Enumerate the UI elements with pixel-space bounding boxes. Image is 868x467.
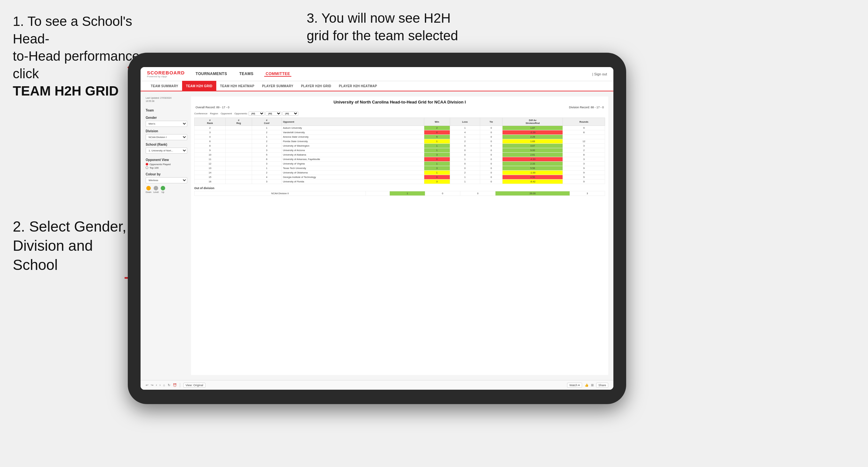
share-button[interactable]: Share — [596, 383, 608, 388]
cell-loss: 0 — [450, 148, 480, 153]
nav-tournaments[interactable]: TOURNAMENTS — [194, 71, 228, 77]
timestamp: Last Updated: 27/03/202416:55:38 — [146, 96, 187, 103]
filter-conference-label: Conference — [194, 112, 207, 115]
cell-tie: 0 — [480, 126, 502, 130]
radio-top100[interactable]: Top 100 — [146, 166, 187, 169]
division-label: Division — [146, 129, 187, 133]
cell-rank: 6 — [194, 139, 225, 144]
radio-dot-opponents — [146, 163, 148, 165]
nav-teams[interactable]: TEAMS — [238, 71, 255, 77]
cell-win: 0 — [424, 157, 450, 162]
cell-opponent: University of Virginia — [281, 162, 424, 166]
cell-loss: 1 — [450, 135, 480, 139]
filter-region-label: Region — [210, 112, 218, 115]
filter-row: Conference Region Opponent Opponents: (A… — [194, 112, 605, 116]
cell-win: 1 — [424, 148, 450, 153]
sub-nav-player-summary[interactable]: PLAYER SUMMARY — [258, 81, 297, 91]
sub-nav-team-h2h-grid[interactable]: TEAM H2H GRID — [182, 81, 216, 91]
cell-conf: 3 — [252, 148, 281, 153]
sub-nav-team-h2h-heatmap[interactable]: TEAM H2H HEATMAP — [216, 81, 258, 91]
cell-reg — [225, 139, 252, 144]
clock-icon[interactable]: ⏰ — [173, 383, 177, 387]
cell-rank: 12 — [194, 162, 225, 166]
legend-up: Up — [161, 186, 165, 193]
out-of-division-table: NCAA Division II 1 0 0 26.00 3 — [194, 191, 605, 196]
cell-loss: 1 — [450, 175, 480, 180]
cell-conf: 1 — [252, 126, 281, 130]
cell-loss: 4 — [450, 130, 480, 135]
legend-level-label: Level — [153, 191, 159, 193]
ann3-line1: 3. You will now see H2H — [307, 10, 451, 26]
grid-icon[interactable]: ⊞ — [591, 383, 594, 387]
cell-rank: 9 — [194, 148, 225, 153]
legend-down: Down — [146, 186, 151, 193]
cell-loss: 2 — [450, 139, 480, 144]
filter-opponents-select[interactable]: (All) — [249, 112, 265, 116]
cell-conf: 2 — [252, 130, 281, 135]
cell-win: 5 — [424, 135, 450, 139]
cell-rank: 10 — [194, 153, 225, 157]
home-icon[interactable]: ⌂ — [163, 383, 165, 387]
division-select[interactable]: NCAA Division I NCAA Division II — [146, 134, 187, 140]
cell-rank: 2 — [194, 126, 225, 130]
col-diff: Diff AvStrokes/Rnd — [502, 118, 563, 126]
refresh-icon[interactable]: ↻ — [168, 383, 170, 387]
school-label: School (Rank) — [146, 143, 187, 146]
sub-nav-player-h2h-heatmap[interactable]: PLAYER H2H HEATMAP — [335, 81, 381, 91]
cell-diff: 1.67 — [502, 126, 563, 130]
sub-nav-team-summary[interactable]: TEAM SUMMARY — [147, 81, 182, 91]
watch-button[interactable]: Watch ▾ — [567, 383, 582, 388]
out-of-division-row: NCAA Division II 1 0 0 26.00 3 — [194, 191, 605, 196]
table-row: 9 3 University of Arizona 1 0 0 9.00 2 — [194, 148, 605, 153]
cell-diff: 4.50 — [502, 175, 563, 180]
left-panel: Last Updated: 27/03/202416:55:38 Team Ge… — [146, 96, 187, 375]
cell-diff: 2.29 — [502, 135, 563, 139]
cell-rounds: 12 — [563, 139, 605, 144]
cell-tie: 0 — [480, 166, 502, 170]
thumbs-up-icon[interactable]: 👍 — [585, 383, 588, 387]
cell-rounds: 3 — [563, 162, 605, 166]
table-row: 2 1 Auburn University 2 1 0 1.67 9 — [194, 126, 605, 130]
sub-navigation: TEAM SUMMARY TEAM H2H GRID TEAM H2H HEAT… — [141, 81, 613, 91]
cell-conf: 1 — [252, 135, 281, 139]
sign-out-button[interactable]: | Sign out — [592, 72, 607, 76]
redo-icon[interactable]: ↪ — [151, 383, 153, 387]
cell-rounds: 8 — [563, 130, 605, 135]
ann2-line3: School — [13, 256, 58, 273]
cell-conf: 2 — [252, 170, 281, 175]
radio-opponents-played[interactable]: Opponents Played — [146, 163, 187, 166]
opponent-view-label: Opponent View — [146, 158, 187, 162]
filter-opponents-group: Opponents: (All) (All) (All) — [235, 112, 299, 116]
view-original-button[interactable]: View: Original — [183, 383, 206, 388]
toolbar-divider-1 — [180, 383, 180, 387]
nav-committee[interactable]: COMMITTEE — [264, 71, 291, 77]
col-rounds: Rounds — [563, 118, 605, 126]
undo-icon[interactable]: ↩ — [146, 383, 148, 387]
tablet-screen: SCOREBOARD Powered by clippi TOURNAMENTS… — [141, 67, 613, 390]
table-row: 8 2 University of Washington 1 0 0 3.67 … — [194, 144, 605, 148]
cell-opponent: Texas Tech University — [281, 166, 424, 170]
col-tie: Tie — [480, 118, 502, 126]
cell-loss: 1 — [450, 126, 480, 130]
cell-win: 2 — [424, 126, 450, 130]
cell-diff: 5.56 — [502, 166, 563, 170]
cell-opponent: University of Oklahoma — [281, 170, 424, 175]
grid-title: University of North Carolina Head-to-Hea… — [194, 100, 605, 104]
gender-select[interactable]: Men's Women's — [146, 121, 187, 127]
colour-select[interactable]: Win/loss — [146, 177, 187, 183]
cell-conf: 6 — [252, 157, 281, 162]
nav-forward-icon[interactable]: › — [159, 383, 160, 387]
cell-win: 1 — [424, 170, 450, 175]
main-content: Last Updated: 27/03/202416:55:38 Team Ge… — [141, 91, 613, 380]
sub-nav-player-h2h-grid[interactable]: PLAYER H2H GRID — [297, 81, 335, 91]
out-win: 1 — [390, 191, 425, 196]
cell-conf: 3 — [252, 180, 281, 184]
cell-loss: 0 — [450, 144, 480, 148]
school-select[interactable]: 1. University of Nort... — [146, 148, 187, 154]
nav-back-icon[interactable]: ‹ — [156, 383, 157, 387]
cell-opponent: Florida State University — [281, 139, 424, 144]
filter-opponent-select[interactable]: (All) — [282, 112, 299, 116]
filter-region-select[interactable]: (All) — [266, 112, 281, 116]
cell-tie: 0 — [480, 144, 502, 148]
radio-dot-top100 — [146, 166, 148, 169]
